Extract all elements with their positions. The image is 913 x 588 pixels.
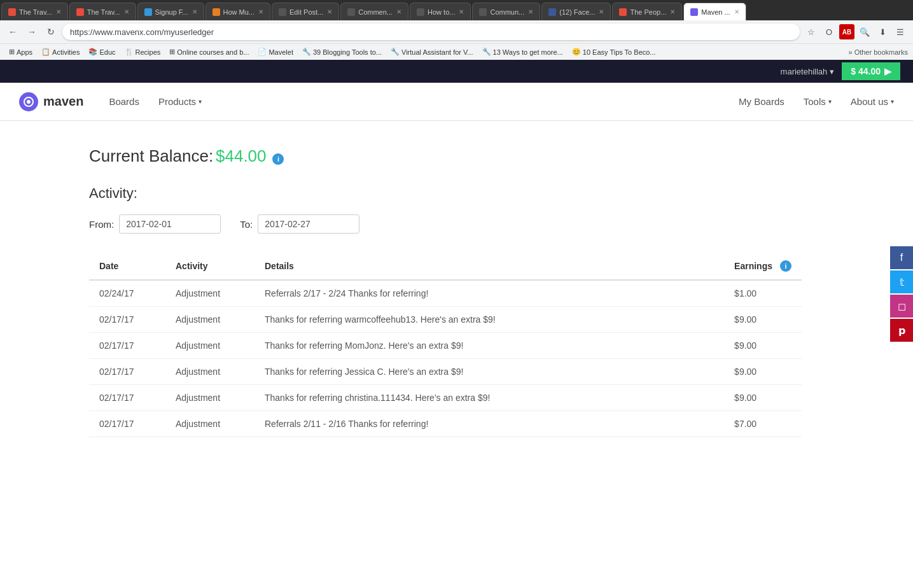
nav-link-products-label: Products [158, 96, 196, 107]
forward-button[interactable]: → [24, 24, 39, 39]
refresh-button[interactable]: ↻ [43, 24, 59, 39]
tab-close-6[interactable]: ✕ [396, 8, 401, 15]
tools-dropdown-icon: ▾ [828, 98, 832, 105]
pinterest-button[interactable]: 𝗽 [890, 319, 913, 342]
svg-point-1 [27, 100, 31, 104]
tab-favicon-6 [347, 8, 355, 16]
tab-favicon-1 [8, 8, 16, 16]
from-date-input[interactable] [119, 214, 221, 234]
bookmark-apps-label: Apps [17, 48, 32, 56]
bookmark-online-courses[interactable]: ⊞ Online courses and b... [165, 46, 253, 57]
more-bookmarks[interactable]: » Other bookmarks [848, 48, 908, 56]
star-icon[interactable]: ☆ [804, 24, 819, 39]
tab-11[interactable]: Maven ... ✕ [683, 3, 746, 20]
tab-favicon-7 [417, 8, 424, 16]
address-bar[interactable]: https://www.mavenx.com/myuserledger [62, 24, 800, 40]
tab-close-1[interactable]: ✕ [56, 8, 61, 15]
cell-details-3: Thanks for referring Jessica C. Here's a… [254, 359, 724, 385]
cell-date-5: 02/17/17 [89, 411, 165, 437]
ext-icon-3[interactable]: ☰ [893, 24, 908, 39]
main-nav: maven Boards Products ▾ My Boards Tools … [0, 83, 913, 121]
cell-activity-5: Adjustment [165, 411, 254, 437]
tab-5[interactable]: Edit Post... ✕ [272, 3, 339, 20]
social-sidebar: f 𝕥 ◻ 𝗽 [890, 246, 913, 342]
tab-close-10[interactable]: ✕ [670, 8, 675, 15]
tab-7[interactable]: How to... ✕ [410, 3, 471, 20]
bookmark-activities[interactable]: 📋 Activities [38, 46, 83, 57]
date-to-group: To: [240, 214, 359, 234]
back-button[interactable]: ← [5, 24, 20, 39]
earnings-info-icon[interactable]: i [780, 260, 791, 272]
tab-favicon-4 [213, 8, 220, 16]
tab-3[interactable]: Signup F... ✕ [137, 3, 204, 20]
tab-2[interactable]: The Trav... ✕ [69, 3, 136, 20]
tab-4[interactable]: How Mu... ✕ [206, 3, 271, 20]
bookmark-10-tips-label: 10 Easy Tips To Beco... [583, 48, 656, 56]
logo-text: maven [43, 94, 83, 109]
nav-link-about[interactable]: About us ▾ [851, 96, 894, 107]
logo[interactable]: maven [19, 92, 83, 111]
table-row: 02/17/17 Adjustment Thanks for referring… [89, 333, 802, 359]
educ-icon: 📚 [88, 48, 97, 56]
bookmark-13-ways[interactable]: 🔧 13 Ways to get more... [478, 46, 567, 57]
earnings-header-group: Earnings i [734, 260, 791, 272]
tab-label-11: Maven ... [701, 8, 730, 16]
bookmark-apps[interactable]: ⊞ Apps [5, 46, 36, 57]
adblock-icon[interactable]: AB [839, 24, 854, 39]
instagram-button[interactable]: ◻ [890, 295, 913, 318]
cell-date-3: 02/17/17 [89, 359, 165, 385]
tab-bar: The Trav... ✕ The Trav... ✕ Signup F... … [0, 0, 913, 20]
tab-close-9[interactable]: ✕ [599, 8, 604, 15]
tab-close-11[interactable]: ✕ [734, 8, 739, 15]
tab-close-4[interactable]: ✕ [258, 8, 263, 15]
bookmark-10-tips[interactable]: 😊 10 Easy Tips To Beco... [568, 46, 660, 57]
bookmarks-bar: ⊞ Apps 📋 Activities 📚 Educ 🍴 Recipes ⊞ O… [0, 43, 913, 60]
tab-1[interactable]: The Trav... ✕ [1, 3, 68, 20]
tab-label-8: Commun... [490, 8, 524, 16]
tab-9[interactable]: (12) Face... ✕ [541, 3, 611, 20]
bookmark-mavelet[interactable]: 📄 Mavelet [254, 46, 297, 57]
bookmark-educ[interactable]: 📚 Educ [85, 46, 119, 57]
tab-label-4: How Mu... [223, 8, 255, 16]
cell-activity-2: Adjustment [165, 333, 254, 359]
header-balance[interactable]: $ 44.00 ▶ [842, 62, 900, 80]
to-date-input[interactable] [258, 214, 359, 234]
tab-label-1: The Trav... [19, 8, 52, 16]
bookmark-blogging[interactable]: 🔧 39 Blogging Tools to... [298, 46, 386, 57]
nav-link-boards[interactable]: Boards [109, 96, 139, 107]
tab-close-5[interactable]: ✕ [327, 8, 332, 15]
balance-info-icon[interactable]: i [272, 153, 284, 165]
tab-8[interactable]: Commun... ✕ [472, 3, 540, 20]
header-user[interactable]: marietehillah ▾ [781, 67, 835, 76]
ext-icon-1[interactable]: 🔍 [857, 24, 872, 39]
col-header-activity: Activity [165, 253, 254, 280]
activity-title: Activity: [89, 185, 802, 202]
tab-label-9: (12) Face... [559, 8, 595, 16]
earnings-label: Earnings [734, 261, 772, 271]
virtual-assistant-icon: 🔧 [391, 48, 400, 56]
tab-label-2: The Trav... [87, 8, 120, 16]
ext-icon-2[interactable]: ⬇ [875, 24, 890, 39]
cell-earnings-1: $9.00 [724, 307, 802, 333]
nav-links: Boards Products ▾ [109, 96, 202, 107]
tab-close-2[interactable]: ✕ [124, 8, 129, 15]
tab-label-5: Edit Post... [289, 8, 323, 16]
ledger-table: Date Activity Details Earnings i 02/24/1… [89, 253, 802, 437]
online-courses-icon: ⊞ [169, 48, 175, 56]
tab-close-7[interactable]: ✕ [459, 8, 464, 15]
to-label: To: [240, 219, 253, 230]
bookmark-recipes[interactable]: 🍴 Recipes [121, 46, 165, 57]
twitter-button[interactable]: 𝕥 [890, 270, 913, 293]
nav-link-products[interactable]: Products ▾ [158, 96, 202, 107]
tab-close-3[interactable]: ✕ [192, 8, 197, 15]
tab-close-8[interactable]: ✕ [528, 8, 533, 15]
nav-link-tools[interactable]: Tools ▾ [804, 96, 832, 107]
tab-6[interactable]: Commen... ✕ [340, 3, 408, 20]
nav-link-my-boards[interactable]: My Boards [739, 96, 784, 107]
opera-icon[interactable]: O [821, 24, 837, 39]
bookmark-online-courses-label: Online courses and b... [177, 48, 249, 56]
from-label: From: [89, 219, 114, 230]
facebook-button[interactable]: f [890, 246, 913, 269]
tab-10[interactable]: The Peop... ✕ [612, 3, 682, 20]
bookmark-virtual-assistant[interactable]: 🔧 Virtual Assistant for V... [387, 46, 477, 57]
